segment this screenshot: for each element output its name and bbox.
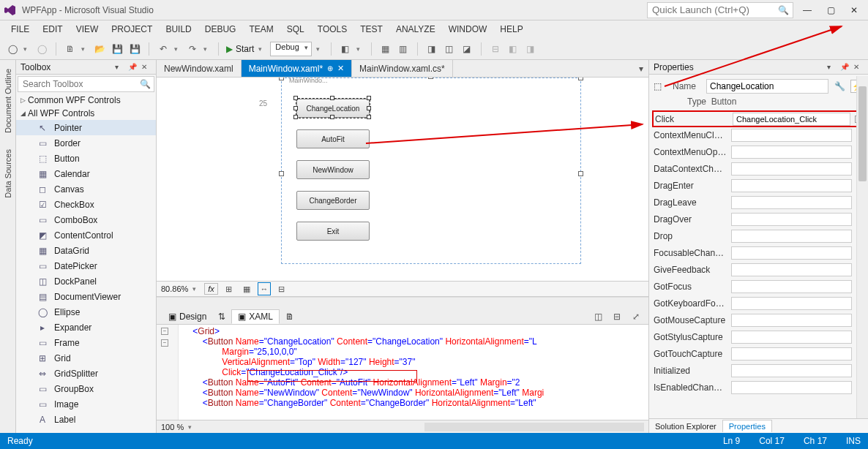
event-input[interactable] [731,179,852,192]
menu-window[interactable]: WINDOW [442,20,494,38]
toolbox-item-expander[interactable]: ▸Expander [16,320,156,335]
tb-icon-9[interactable]: ◨ [524,42,537,56]
menu-project[interactable]: PROJECT [105,20,159,38]
tabs-overflow-icon[interactable]: ▾ [634,60,648,77]
menu-view[interactable]: VIEW [70,20,105,38]
tab-properties[interactable]: Properties [722,420,772,432]
toolbox-item-gridsplitter[interactable]: ⇔GridSplitter [16,366,156,381]
event-input[interactable] [731,331,852,344]
new-project-icon[interactable]: 🗎 [64,42,77,56]
start-debug-button[interactable]: ▶Start [226,44,254,54]
close-button[interactable]: ✕ [845,3,864,18]
minimize-button[interactable]: — [798,3,817,18]
save-all-icon[interactable]: 💾 [128,42,141,56]
snap-icon[interactable]: ▦ [240,282,253,295]
doc-tab[interactable]: MainWindow.xaml.cs* [352,60,453,77]
toolbox-item-canvas[interactable]: ◻Canvas [16,181,156,197]
toolbox-item-documentviewer[interactable]: ▤DocumentViewer [16,289,156,304]
event-input[interactable] [731,129,852,142]
toolbox-item-label[interactable]: ALabel [16,412,156,427]
event-input[interactable] [731,230,852,243]
tb-icon-3[interactable]: ▥ [397,42,410,56]
nav-fwd-icon[interactable]: ◯ [35,42,48,56]
tb-icon-4[interactable]: ◨ [425,42,438,56]
swap-icon[interactable]: ⇅ [218,312,225,322]
event-input[interactable] [731,196,852,209]
doc-tab[interactable]: NewWindow.xaml [157,60,242,77]
toolbox-item-contentcontrol[interactable]: ◩ContentControl [16,227,156,243]
close-icon[interactable]: ✕ [337,64,344,73]
h-scroll[interactable] [424,423,644,431]
open-file-icon[interactable]: 📂 [93,42,106,56]
toolbox-item-pointer[interactable]: ↖Pointer [16,120,156,135]
design-button-newwindow[interactable]: NewWindow [296,160,370,179]
wrench-icon[interactable]: 🔧 [833,80,846,93]
menu-help[interactable]: HELP [493,20,529,38]
event-input[interactable] [731,347,852,361]
event-input[interactable] [731,162,852,176]
expand-icon[interactable]: ⤢ [629,310,643,323]
tb-icon-6[interactable]: ◪ [460,42,474,56]
properties-scrollbar[interactable] [856,76,868,418]
split-h-icon[interactable]: ⊟ [610,310,624,323]
toolbox-item-combobox[interactable]: ▭ComboBox [16,212,156,227]
redo-icon[interactable]: ↷ [186,42,199,56]
toolbox-item-checkbox[interactable]: ☑CheckBox [16,197,156,212]
doc-icon[interactable]: 🗎 [285,312,294,322]
event-input[interactable] [731,297,852,310]
tb-icon-1[interactable]: ◧ [339,42,352,56]
menu-build[interactable]: BUILD [159,20,198,38]
toolbox-search[interactable]: 🔍 [18,76,154,92]
event-input[interactable] [733,113,850,126]
toolbox-item-frame[interactable]: ▭Frame [16,335,156,350]
tb-icon-7[interactable]: ⊟ [489,42,502,56]
event-input[interactable] [731,364,852,377]
config-dropdown[interactable]: Debug [270,42,311,56]
event-input[interactable] [731,246,852,260]
design-button-changeborder[interactable]: ChangeBorder [296,191,370,210]
event-input[interactable] [731,213,852,226]
tab-data-sources[interactable]: Data Sources [2,145,14,203]
doc-tab[interactable]: MainWindow.xaml*⊕✕ [242,60,352,77]
h-scrollbar[interactable] [157,297,648,309]
toolbox-item-datepicker[interactable]: ▭DatePicker [16,258,156,273]
toolbox-item-dockpanel[interactable]: ◫DockPanel [16,273,156,289]
tab-document-outline[interactable]: Document Outline [2,64,14,137]
fx-icon[interactable]: fx [204,283,218,295]
menu-sql[interactable]: SQL [280,20,311,38]
toolbox-item-groupbox[interactable]: ▭GroupBox [16,381,156,396]
quick-launch-input[interactable] [647,2,793,18]
tab-xaml[interactable]: ▣ XAML [231,309,280,324]
tab-solution-explorer[interactable]: Solution Explorer [649,420,722,432]
toolbox-item-button[interactable]: ⬚Button [16,151,156,166]
menu-file[interactable]: FILE [4,20,36,38]
designer-surface[interactable]: 10 25 MainWindo... ChangeLocationAutoFit… [157,78,648,281]
toolbox-item-datagrid[interactable]: ▦DataGrid [16,243,156,258]
close-icon[interactable]: ✕ [853,63,864,71]
pin-icon[interactable]: 📌 [128,63,138,71]
event-input[interactable] [731,263,852,276]
event-input[interactable] [731,280,852,293]
menu-edit[interactable]: EDIT [36,20,69,38]
xaml-editor[interactable]: − − <Grid> <Button Name="ChangeLocation"… [157,325,648,420]
toolbox-group[interactable]: ◢All WPF Controls [16,107,156,120]
event-input[interactable] [731,314,852,327]
toolbox-item-border[interactable]: ▭Border [16,135,156,151]
toolbox-group[interactable]: ▷Common WPF Controls [16,94,156,107]
tb-icon-5[interactable]: ◫ [443,42,456,56]
name-input[interactable] [706,79,828,94]
menu-test[interactable]: TEST [353,20,389,38]
menu-debug[interactable]: DEBUG [198,20,243,38]
tab-design[interactable]: ▣ Design [162,310,212,323]
toolbox-search-input[interactable] [21,78,140,90]
split-v-icon[interactable]: ◫ [591,310,605,323]
toolbox-item-image[interactable]: ▭Image [16,396,156,412]
design-button-exit[interactable]: Exit [296,222,370,241]
grid-icon[interactable]: ⊞ [222,282,236,295]
menu-analyze[interactable]: ANALYZE [389,20,442,38]
snap2-icon[interactable]: ↔ [258,282,271,295]
undo-icon[interactable]: ↶ [157,42,170,56]
layout-icon[interactable]: ⊟ [275,282,288,295]
tb-icon-8[interactable]: ◧ [506,42,520,56]
pin-icon[interactable]: ⊕ [327,64,333,72]
